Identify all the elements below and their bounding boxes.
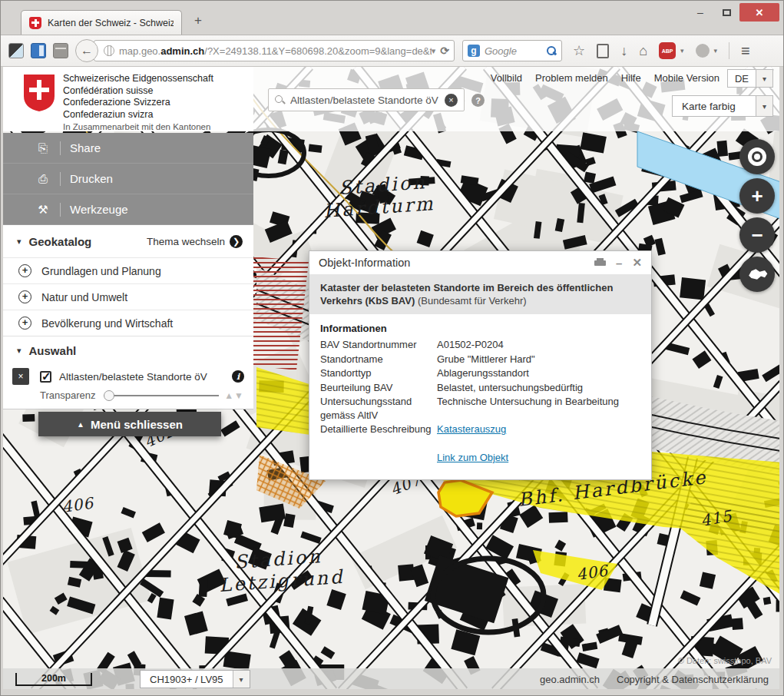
info-row: Untersuchungsstand gemäss AltlVTechnisch… <box>320 395 640 422</box>
confederation-text: Schweizerische Eidgenossenschaft Confédé… <box>63 73 213 121</box>
url-bar[interactable]: map.geo.admin.ch/?X=249138.11&Y=680698.2… <box>94 40 455 61</box>
layer-label: Altlasten/belastete Standorte öV <box>59 371 232 383</box>
default-extent-button[interactable] <box>739 257 775 292</box>
home-icon[interactable]: ⌂ <box>639 44 647 58</box>
search-icon[interactable] <box>546 45 557 56</box>
maximize-icon <box>723 9 731 16</box>
search-help-icon[interactable]: ? <box>471 94 485 107</box>
minimize-button[interactable]: – <box>687 6 713 18</box>
expand-plus-icon: + <box>18 317 31 330</box>
info-row: BAV StandortnummerA01502-P0204 <box>320 338 640 352</box>
close-popup-icon[interactable]: ✕ <box>632 256 642 270</box>
language-select[interactable]: DE ▾ <box>727 69 773 88</box>
link-mobile-version[interactable]: Mobile Version <box>654 72 719 84</box>
addon-icon[interactable] <box>696 44 710 58</box>
geokatalog-header[interactable]: ▾ Geokatalog Thema wechseln ❯ <box>3 225 253 257</box>
sidebar-item-print[interactable]: ⎙ Drucken <box>3 164 253 194</box>
zoom-out-button[interactable]: − <box>739 217 775 253</box>
layer-reorder-icons[interactable]: ▲▼ <box>224 390 244 401</box>
map-attribution[interactable]: © Daten: swisstopo, BAV <box>678 656 772 665</box>
browser-window: Karten der Schweiz - Schweize... + – ✕ ←… <box>0 0 784 696</box>
print-icon[interactable] <box>594 258 606 268</box>
transparency-slider[interactable] <box>104 390 219 401</box>
map-search-box[interactable]: Altlasten/belastete Standorte öV × <box>268 88 465 111</box>
expand-plus-icon: + <box>18 264 31 277</box>
layer-checkbox[interactable] <box>40 371 51 383</box>
site-header: Schweizerische Eidgenossenschaft Confédé… <box>3 67 779 131</box>
header-subtitle: In Zusammenarbeit mit den Kantonen <box>63 122 210 131</box>
link-vollbild[interactable]: Vollbild <box>491 72 522 84</box>
minimize-popup-icon[interactable]: – <box>616 257 622 270</box>
close-window-button[interactable]: ✕ <box>739 3 779 22</box>
geolocation-button[interactable] <box>739 139 775 174</box>
printer-icon: ⎙ <box>35 172 51 186</box>
scale-bar: 200m <box>15 673 92 686</box>
info-row: Beurteilung BAVBelastet, untersuchungsbe… <box>320 381 640 395</box>
arrow-right-icon: ❯ <box>230 235 243 248</box>
clear-search-icon[interactable]: × <box>445 94 458 107</box>
katasterauszug-link[interactable]: Katasterauszug <box>437 423 506 435</box>
chevron-down-icon: ▾ <box>233 671 250 688</box>
sidebar-item-share[interactable]: ⎘ Share <box>3 133 253 164</box>
layer-title-band: Kataster der belasteten Standorte im Ber… <box>309 274 651 314</box>
maximize-button[interactable] <box>713 6 739 18</box>
addon-caret-icon[interactable]: ▾ <box>714 47 718 55</box>
link-problem-melden[interactable]: Problem melden <box>535 72 608 84</box>
informationen-heading: Informationen <box>320 323 640 334</box>
link-hilfe[interactable]: Hilfe <box>621 72 641 84</box>
adblock-caret-icon[interactable]: ▾ <box>680 47 684 55</box>
transparency-row: Transparenz ▲▼ <box>3 386 253 409</box>
adblock-icon[interactable]: ABP <box>659 42 676 59</box>
reload-icon[interactable]: ⟳ <box>440 45 449 57</box>
titlebar: Karten der Schweiz - Schweize... + – ✕ <box>1 1 783 35</box>
browser-tab[interactable]: Karten der Schweiz - Schweize... <box>21 10 182 35</box>
bookmark-star-icon[interactable]: ☆ <box>573 44 585 58</box>
back-button[interactable]: ← <box>75 39 98 62</box>
google-favicon[interactable]: g <box>468 45 480 57</box>
site-identity-icon[interactable] <box>104 45 114 56</box>
object-info-popup: Objekt-Information – ✕ Kataster der bela… <box>309 250 652 480</box>
layer-info-icon[interactable]: i <box>232 370 244 383</box>
map-style-select[interactable]: Karte farbig ▾ <box>672 95 773 117</box>
toolbar-shortcut-1[interactable] <box>8 43 24 58</box>
chevron-down-icon: ▾ <box>756 96 772 116</box>
zoom-in-button[interactable]: + <box>739 178 775 214</box>
sidebar: ⎘ Share ⎙ Drucken ⚒ Werkzeuge ▾ Geokatal… <box>3 133 253 409</box>
category-grundlagen[interactable]: + Grundlagen und Planung <box>3 257 253 283</box>
slider-knob[interactable] <box>104 390 114 401</box>
expand-plus-icon: + <box>18 290 31 303</box>
search-placeholder: Google <box>485 45 546 57</box>
collapse-triangle-icon: ▾ <box>17 346 22 356</box>
bookmarks-panel-icon[interactable] <box>597 44 609 58</box>
toolbar-shortcut-3[interactable] <box>53 43 68 58</box>
category-bevoelkerung[interactable]: + Bevölkerung und Wirtschaft <box>3 310 253 336</box>
copyright-link[interactable]: Copyright & Datenschutzerklärung <box>617 674 769 685</box>
projection-select[interactable]: CH1903+ / LV95 ▾ <box>140 670 250 688</box>
remove-layer-button[interactable]: × <box>12 368 29 385</box>
swiss-coat-of-arms <box>23 74 55 112</box>
url-text[interactable]: map.geo.admin.ch/?X=249138.11&Y=680698.2… <box>119 45 432 57</box>
object-link[interactable]: Link zum Objekt <box>437 452 508 463</box>
search-input[interactable]: Altlasten/belastete Standorte öV <box>290 94 445 106</box>
url-dropdown-icon[interactable]: ▾ <box>432 46 436 56</box>
close-menu-button[interactable]: ▲ Menü schliessen <box>38 412 221 436</box>
collapse-triangle-icon: ▾ <box>17 237 22 247</box>
menu-icon[interactable]: ≡ <box>741 42 750 60</box>
theme-switch-link[interactable]: Thema wechseln ❯ <box>147 235 243 248</box>
auswahl-header[interactable]: ▾ Auswahl <box>3 336 253 365</box>
popup-header[interactable]: Objekt-Information – ✕ <box>309 251 651 274</box>
nav-toolbar: ← map.geo.admin.ch/?X=249138.11&Y=680698… <box>1 35 783 67</box>
tools-icon: ⚒ <box>35 203 51 217</box>
chevron-down-icon: ▾ <box>756 70 772 87</box>
category-natur[interactable]: + Natur und Umwelt <box>3 283 253 310</box>
geoadmin-link[interactable]: geo.admin.ch <box>540 674 600 685</box>
toolbar-shortcut-2[interactable] <box>31 43 46 58</box>
browser-search-field[interactable]: g Google <box>462 40 562 61</box>
triangle-up-icon: ▲ <box>77 420 84 429</box>
swiss-favicon <box>29 17 41 29</box>
new-tab-button[interactable]: + <box>194 13 202 28</box>
info-row: Detaillierte Beschreibung Katasterauszug <box>320 423 640 436</box>
downloads-icon[interactable]: ↓ <box>620 44 627 58</box>
sidebar-item-tools[interactable]: ⚒ Werkzeuge <box>3 194 253 225</box>
layer-row: × Altlasten/belastete Standorte öV i <box>3 365 253 386</box>
